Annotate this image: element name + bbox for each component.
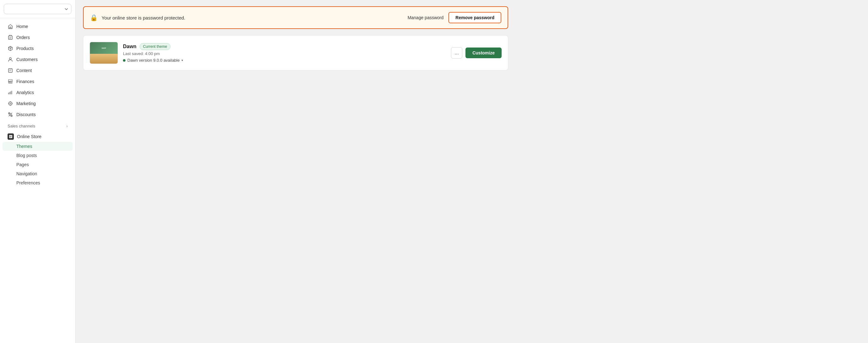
version-dropdown-arrow[interactable]: ▾: [182, 59, 183, 62]
password-banner: 🔒 Your online store is password protecte…: [83, 6, 508, 29]
sidebar-subitem-pages-label: Pages: [17, 162, 29, 167]
sidebar-item-discounts-label: Discounts: [17, 112, 35, 117]
online-store-icon: [7, 134, 14, 140]
thumb-bottom: [90, 54, 118, 63]
home-icon: [7, 24, 13, 29]
sidebar-item-content-label: Content: [17, 68, 32, 73]
sidebar-item-products[interactable]: Products: [2, 43, 73, 54]
current-theme-badge: Current theme: [140, 43, 171, 50]
sidebar-item-customers-label: Customers: [17, 57, 38, 62]
sidebar-item-analytics-label: Analytics: [17, 90, 34, 95]
sidebar-subitem-blog-posts[interactable]: Blog posts: [2, 151, 73, 160]
theme-name-row: Dawn Current theme: [123, 43, 446, 50]
sidebar-item-customers[interactable]: Customers: [2, 54, 73, 65]
sidebar-item-content[interactable]: Content: [2, 65, 73, 76]
lock-icon: 🔒: [90, 14, 98, 21]
svg-rect-5: [9, 135, 12, 138]
store-selector-container: [0, 0, 75, 18]
theme-version-row: Dawn version 9.0.0 available ▾: [123, 58, 446, 63]
sales-channels-header[interactable]: Sales channels ›: [2, 121, 73, 131]
orders-icon: [7, 35, 13, 40]
sales-channels-chevron: ›: [66, 124, 68, 128]
remove-password-button[interactable]: Remove password: [448, 12, 501, 23]
online-store-label: Online Store: [17, 134, 41, 139]
sidebar-item-orders-label: Orders: [17, 35, 30, 40]
analytics-icon: [7, 90, 13, 95]
marketing-icon: [7, 101, 13, 106]
theme-card: SHOP Dawn Current theme Last saved: 4:00…: [83, 35, 508, 70]
finances-icon: [7, 79, 13, 84]
svg-point-1: [9, 58, 11, 59]
sales-channels-label: Sales channels: [7, 124, 35, 128]
theme-more-options-button[interactable]: ...: [451, 47, 462, 59]
thumb-bottom-img: [90, 54, 118, 63]
sidebar-item-home[interactable]: Home: [2, 21, 73, 32]
password-banner-text: Your online store is password protected.: [101, 15, 185, 21]
sidebar-item-online-store[interactable]: Online Store: [2, 132, 73, 142]
main-content: 🔒 Your online store is password protecte…: [75, 0, 868, 343]
discounts-icon: [7, 112, 13, 117]
sidebar-subitem-blog-posts-label: Blog posts: [17, 153, 37, 158]
sidebar-item-products-label: Products: [17, 46, 34, 51]
customers-icon: [7, 57, 13, 62]
password-banner-left: 🔒 Your online store is password protecte…: [90, 14, 404, 21]
sidebar-subitem-navigation-label: Navigation: [17, 171, 37, 176]
theme-info: Dawn Current theme Last saved: 4:00 pm D…: [123, 43, 446, 63]
sidebar-subitem-navigation[interactable]: Navigation: [2, 169, 73, 178]
sidebar-item-finances[interactable]: Finances: [2, 76, 73, 87]
content-icon: [7, 68, 13, 73]
theme-version-text: Dawn version 9.0.0 available: [127, 58, 180, 63]
manage-password-link[interactable]: Manage password: [408, 15, 443, 20]
products-icon: [7, 46, 13, 51]
sidebar-subitem-themes[interactable]: Themes: [2, 142, 73, 151]
store-dropdown[interactable]: [4, 4, 71, 14]
sidebar-item-marketing-label: Marketing: [17, 101, 35, 106]
theme-saved-text: Last saved: 4:00 pm: [123, 51, 446, 56]
theme-thumbnail: SHOP: [90, 42, 118, 64]
sidebar-subitem-preferences[interactable]: Preferences: [2, 178, 73, 187]
theme-name: Dawn: [123, 44, 136, 49]
sidebar-subitem-themes-label: Themes: [17, 144, 32, 149]
sidebar-item-analytics[interactable]: Analytics: [2, 87, 73, 98]
customize-button[interactable]: Customize: [465, 48, 502, 58]
svg-rect-2: [8, 68, 12, 73]
password-banner-actions: Manage password Remove password: [408, 12, 501, 23]
more-options-icon: ...: [455, 50, 459, 56]
sidebar-item-orders[interactable]: Orders: [2, 32, 73, 43]
sidebar: Home Orders Products: [0, 0, 75, 343]
main-nav: Home Orders Products: [0, 18, 75, 190]
sidebar-item-discounts[interactable]: Discounts: [2, 109, 73, 120]
sidebar-subitem-preferences-label: Preferences: [17, 180, 40, 185]
sidebar-subitem-pages[interactable]: Pages: [2, 160, 73, 169]
theme-actions: ... Customize: [451, 47, 502, 59]
version-dot: [123, 59, 125, 62]
sidebar-item-marketing[interactable]: Marketing: [2, 98, 73, 109]
page-container: 🔒 Your online store is password protecte…: [75, 0, 516, 77]
thumb-top: SHOP: [90, 42, 118, 54]
svg-point-3: [9, 102, 12, 106]
sidebar-item-home-label: Home: [17, 24, 28, 29]
svg-point-4: [10, 103, 11, 104]
sidebar-item-finances-label: Finances: [17, 79, 34, 84]
